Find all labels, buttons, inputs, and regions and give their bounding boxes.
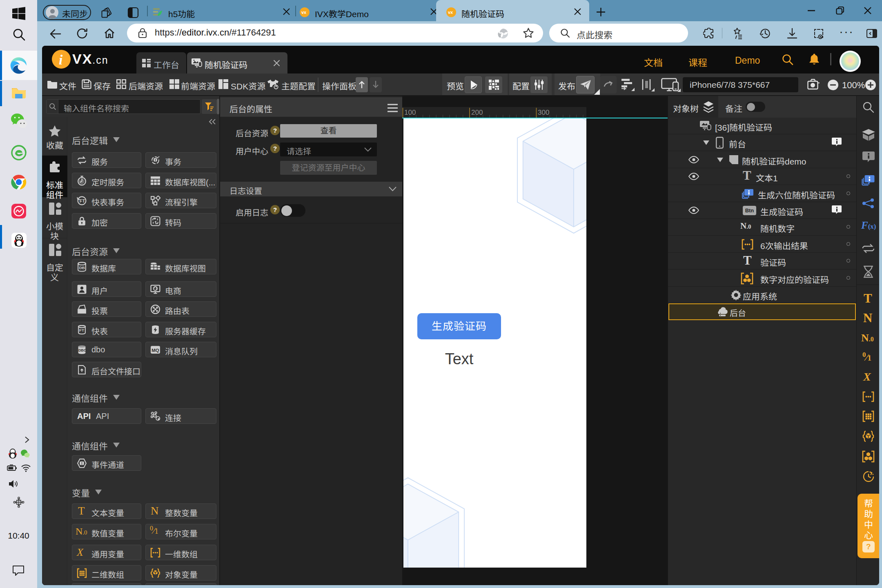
svg-text:300: 300 [538, 109, 549, 116]
svg-text:200: 200 [471, 109, 483, 116]
svg-text:FT: FT [80, 198, 85, 203]
svg-text:DBO: DBO [78, 348, 87, 352]
svg-text:MQ: MQ [151, 348, 159, 353]
svg-text:100: 100 [404, 109, 416, 116]
svg-text:DB: DB [79, 265, 85, 270]
svg-text:FT: FT [79, 328, 84, 332]
